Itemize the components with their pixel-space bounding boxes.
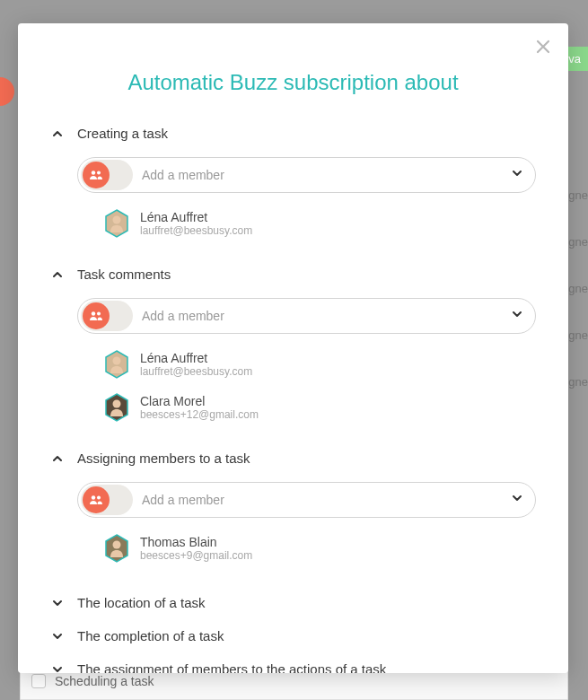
member-list: Léna Auffretlauffret@beesbusy.com (77, 202, 536, 245)
section-body: Léna Auffretlauffret@beesbusy.com (50, 157, 536, 245)
add-member-input[interactable] (133, 309, 499, 323)
member-email: lauffret@beesbusy.com (140, 365, 252, 378)
chevron-down-icon (511, 308, 523, 324)
member-text: Thomas Blainbeesces+9@gmail.com (140, 535, 252, 562)
people-icon (83, 162, 110, 188)
member-toggle[interactable] (81, 301, 133, 331)
chevron-down-icon (50, 596, 65, 610)
member-email: beesces+12@gmail.com (140, 408, 259, 421)
people-icon (83, 486, 110, 513)
svg-point-3 (92, 311, 95, 315)
member-item[interactable]: Léna Auffretlauffret@beesbusy.com (77, 343, 536, 386)
svg-point-6 (113, 400, 121, 408)
member-name: Thomas Blain (140, 535, 252, 549)
section-title: Task comments (77, 267, 171, 282)
bg-assignee-text: igne (566, 188, 588, 202)
chevron-up-icon (50, 267, 65, 282)
svg-point-0 (92, 171, 95, 174)
member-toggle[interactable] (81, 160, 133, 190)
close-button[interactable] (532, 36, 554, 57)
section-header[interactable]: Task comments (50, 261, 536, 287)
member-item[interactable]: Léna Auffretlauffret@beesbusy.com (77, 202, 536, 245)
avatar (104, 393, 129, 422)
chevron-up-icon (50, 451, 65, 466)
section-collapsed[interactable]: The location of a task (50, 586, 536, 619)
section-body: Thomas Blainbeesces+9@gmail.com (50, 482, 536, 570)
member-item[interactable]: Thomas Blainbeesces+9@gmail.com (77, 527, 536, 570)
section-title: Creating a task (77, 126, 168, 141)
member-email: lauffret@beesbusy.com (140, 224, 252, 237)
bg-assignee-text: igne (566, 235, 588, 249)
member-dropdown-button[interactable] (499, 492, 535, 508)
section-collapsed[interactable]: The completion of a task (50, 619, 536, 652)
svg-point-9 (113, 541, 121, 549)
bg-assignee-text: igne (566, 375, 588, 389)
member-list: Léna Auffretlauffret@beesbusy.comClara M… (77, 343, 536, 429)
section-header[interactable]: Assigning members to a task (50, 445, 536, 471)
member-text: Léna Auffretlauffret@beesbusy.com (140, 210, 252, 237)
svg-point-4 (97, 312, 101, 316)
svg-point-7 (92, 495, 95, 499)
chevron-down-icon (50, 629, 65, 643)
section-collapsed[interactable]: The assignment of members to the actions… (50, 652, 536, 673)
avatar (104, 350, 129, 379)
chevron-up-icon (50, 127, 65, 141)
svg-point-2 (113, 216, 121, 224)
add-member-row (77, 157, 536, 193)
member-dropdown-button[interactable] (499, 308, 535, 324)
member-name: Léna Auffret (140, 351, 252, 365)
bg-bottom-label: Scheduling a task (55, 674, 154, 688)
bg-assignee-text: igne (566, 282, 588, 295)
member-name: Clara Morel (140, 394, 259, 408)
add-member-input[interactable] (133, 493, 499, 507)
member-list: Thomas Blainbeesces+9@gmail.com (77, 527, 536, 570)
section-title: The assignment of members to the actions… (77, 661, 386, 673)
add-member-row (77, 298, 536, 334)
section-expanded: Assigning members to a taskThomas Blainb… (50, 445, 536, 570)
chevron-down-icon (511, 167, 523, 183)
section-expanded: Task commentsLéna Auffretlauffret@beesbu… (50, 261, 536, 429)
section-title: The completion of a task (77, 628, 224, 643)
avatar (104, 209, 129, 238)
member-email: beesces+9@gmail.com (140, 549, 252, 562)
add-member-row (77, 482, 536, 518)
bg-side-icon (0, 77, 14, 106)
member-toggle[interactable] (81, 485, 133, 515)
modal-title: Automatic Buzz subscription about (50, 70, 536, 95)
section-expanded: Creating a taskLéna Auffretlauffret@bees… (50, 120, 536, 245)
avatar (104, 534, 129, 563)
svg-point-1 (97, 171, 101, 175)
section-body: Léna Auffretlauffret@beesbusy.comClara M… (50, 298, 536, 429)
bg-checkbox[interactable] (31, 674, 46, 688)
close-icon (536, 39, 550, 54)
section-title: The location of a task (77, 595, 206, 610)
section-header[interactable]: Creating a task (50, 120, 536, 146)
people-icon (83, 302, 110, 329)
svg-point-8 (97, 496, 101, 500)
section-title: Assigning members to a task (77, 451, 250, 466)
chevron-down-icon (511, 492, 523, 508)
svg-point-5 (113, 357, 121, 365)
subscription-modal: Automatic Buzz subscription about Creati… (18, 23, 568, 673)
add-member-input[interactable] (133, 168, 499, 182)
chevron-down-icon (50, 662, 65, 674)
member-text: Léna Auffretlauffret@beesbusy.com (140, 351, 252, 378)
bg-assignee-text: igne (566, 328, 588, 342)
member-item[interactable]: Clara Morelbeesces+12@gmail.com (77, 386, 536, 429)
member-dropdown-button[interactable] (499, 167, 535, 183)
member-text: Clara Morelbeesces+12@gmail.com (140, 394, 259, 421)
member-name: Léna Auffret (140, 210, 252, 224)
